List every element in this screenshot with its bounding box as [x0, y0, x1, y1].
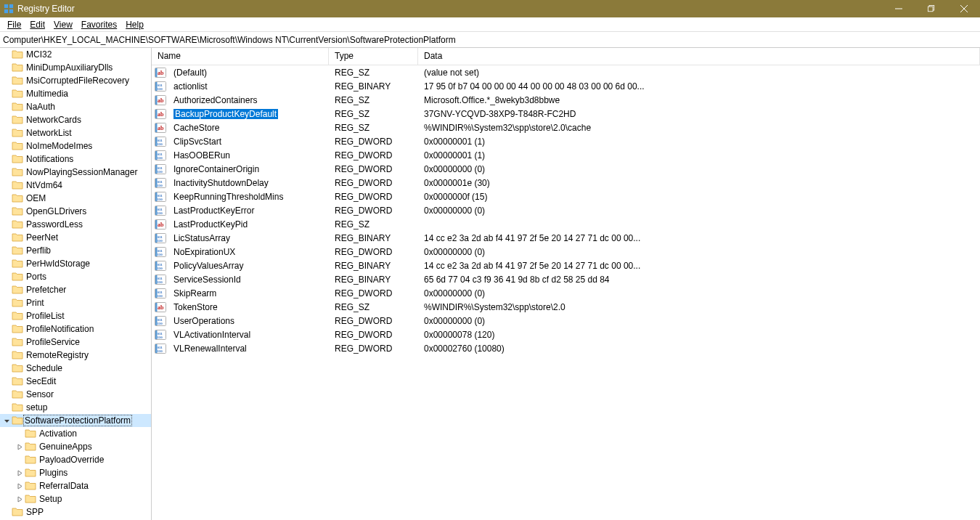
value-data: 0x00000000 (0) [418, 316, 980, 326]
tree-item-label: Notifications [25, 154, 75, 164]
tree-item[interactable]: ProfileService [0, 336, 151, 349]
registry-value-row[interactable]: actionlistREG_BINARY17 95 0f b7 04 00 00… [152, 79, 980, 93]
tree-item[interactable]: NoImeModeImes [0, 139, 151, 153]
registry-value-row[interactable]: LicStatusArrayREG_BINARY14 cc e2 3a 2d a… [152, 231, 980, 245]
value-name: HasOOBERun [168, 150, 329, 161]
value-type: REG_SZ [329, 302, 418, 312]
tree-item[interactable]: OEM [0, 192, 151, 205]
tree-item[interactable]: ProfileNotification [0, 322, 151, 336]
registry-value-row[interactable]: ClipSvcStartREG_DWORD0x00000001 (1) [152, 134, 980, 148]
tree-item[interactable]: Notifications [0, 153, 151, 166]
menu-favorites[interactable]: Favorites [77, 18, 121, 31]
tree-item[interactable]: Plugins [13, 466, 151, 479]
folder-icon [12, 49, 23, 60]
tree-item-label: GenuineApps [38, 442, 94, 452]
close-button[interactable] [947, 0, 980, 17]
chevron-right-icon[interactable] [15, 496, 25, 503]
registry-value-row[interactable]: UserOperationsREG_DWORD0x00000000 (0) [152, 314, 980, 328]
menu-view[interactable]: View [49, 18, 77, 31]
registry-value-row[interactable]: BackupProductKeyDefaultREG_SZ37GNV-YCQVD… [152, 107, 980, 121]
chevron-right-icon[interactable] [15, 444, 25, 450]
value-data: 0x00000000 (0) [418, 206, 980, 216]
tree-item-label: PeerNet [25, 232, 60, 243]
value-name: actionlist [168, 81, 329, 92]
tree-item-label: SecEdit [25, 376, 57, 386]
registry-value-row[interactable]: KeepRunningThresholdMinsREG_DWORD0x00000… [152, 190, 980, 203]
tree-item[interactable]: PasswordLess [0, 218, 151, 231]
menu-help[interactable]: Help [121, 18, 148, 31]
value-data: %WINDIR%\System32\spp\store\2.0 [418, 302, 980, 312]
registry-value-row[interactable]: VLRenewalIntervalREG_DWORD0x00002760 (10… [152, 341, 980, 355]
tree-item[interactable]: PerHwIdStorage [0, 257, 151, 270]
tree-item[interactable]: NtVdm64 [0, 179, 151, 192]
tree-item[interactable]: NetworkCards [0, 113, 151, 126]
chevron-down-icon[interactable] [1, 418, 12, 424]
value-name: VLActivationInterval [168, 330, 329, 340]
address-bar[interactable]: Computer\HKEY_LOCAL_MACHINE\SOFTWARE\Mic… [0, 32, 980, 48]
tree-item[interactable]: SPP [0, 505, 151, 519]
tree-item[interactable]: RemoteRegistry [0, 349, 151, 362]
tree-item[interactable]: ReferralData [13, 479, 151, 492]
registry-value-row[interactable]: LastProductKeyErrorREG_DWORD0x00000000 (… [152, 203, 980, 217]
registry-value-row[interactable]: VLActivationIntervalREG_DWORD0x00000078 … [152, 328, 980, 341]
tree-item[interactable]: MiniDumpAuxiliaryDlls [0, 61, 151, 74]
tree-item-label: Setup [38, 494, 63, 504]
chevron-right-icon[interactable] [15, 470, 25, 476]
tree-item[interactable]: OpenGLDrivers [0, 205, 151, 218]
registry-value-row[interactable]: NoExpirationUXREG_DWORD0x00000000 (0) [152, 245, 980, 259]
tree-item-label: ReferralData [38, 481, 90, 491]
tree-item[interactable]: Setup [13, 492, 151, 505]
tree-item[interactable]: Ports [0, 270, 151, 283]
tree-item[interactable]: setup [0, 401, 151, 414]
tree-item[interactable]: Activation [13, 427, 151, 440]
registry-value-row[interactable]: InactivityShutdownDelayREG_DWORD0x000000… [152, 176, 980, 190]
registry-value-row[interactable]: CacheStoreREG_SZ%WINDIR%\System32\spp\st… [152, 121, 980, 134]
list-pane[interactable]: Name Type Data (Default)REG_SZ(value not… [152, 48, 980, 520]
tree-item[interactable]: Schedule [0, 362, 151, 375]
value-type: REG_SZ [329, 68, 418, 78]
tree-item[interactable]: NaAuth [0, 100, 151, 113]
chevron-right-icon[interactable] [15, 483, 25, 489]
registry-value-row[interactable]: TokenStoreREG_SZ%WINDIR%\System32\spp\st… [152, 300, 980, 314]
tree-item[interactable]: Prefetcher [0, 283, 151, 296]
string-value-icon [155, 122, 166, 134]
column-data-header[interactable]: Data [418, 48, 980, 65]
tree-pane[interactable]: MCI32MiniDumpAuxiliaryDllsMsiCorruptedFi… [0, 48, 152, 520]
column-name-header[interactable]: Name [152, 48, 329, 65]
tree-item[interactable]: MsiCorruptedFileRecovery [0, 74, 151, 87]
folder-icon [12, 310, 23, 322]
tree-item[interactable]: NowPlayingSessionManager [0, 166, 151, 179]
value-data: 0x00000001 (1) [418, 137, 980, 147]
tree-item[interactable]: NetworkList [0, 126, 151, 139]
registry-value-row[interactable]: LastProductKeyPidREG_SZ [152, 217, 980, 231]
tree-item[interactable]: GenuineApps [13, 440, 151, 453]
registry-value-row[interactable]: IgnoreContainerOriginREG_DWORD0x00000000… [152, 162, 980, 176]
maximize-button[interactable] [915, 0, 947, 17]
value-data: (value not set) [418, 68, 980, 78]
registry-value-row[interactable]: HasOOBERunREG_DWORD0x00000001 (1) [152, 148, 980, 162]
folder-icon [12, 75, 23, 86]
registry-value-row[interactable]: ServiceSessionIdREG_BINARY65 6d 77 04 c3… [152, 272, 980, 286]
tree-item[interactable]: SoftwareProtectionPlatform [0, 414, 151, 427]
tree-item[interactable]: SecEdit [0, 375, 151, 388]
column-type-header[interactable]: Type [329, 48, 418, 65]
tree-item[interactable]: PayloadOverride [13, 453, 151, 466]
menu-edit[interactable]: Edit [25, 18, 49, 31]
tree-item[interactable]: Sensor [0, 388, 151, 401]
value-name: LicStatusArray [168, 233, 329, 243]
tree-item[interactable]: Multimedia [0, 87, 151, 100]
registry-value-row[interactable]: PolicyValuesArrayREG_BINARY14 cc e2 3a 2… [152, 259, 980, 272]
tree-item[interactable]: Print [0, 296, 151, 309]
value-type: REG_DWORD [329, 150, 418, 161]
minimize-button[interactable] [882, 0, 915, 17]
tree-item[interactable]: PeerNet [0, 231, 151, 244]
menu-file[interactable]: File [3, 18, 25, 31]
tree-item[interactable]: MCI32 [0, 48, 151, 61]
string-value-icon [155, 219, 166, 230]
tree-item[interactable]: Perflib [0, 244, 151, 257]
registry-value-row[interactable]: SkipRearmREG_DWORD0x00000000 (0) [152, 286, 980, 300]
registry-value-row[interactable]: AuthorizedContainersREG_SZMicrosoft.Offi… [152, 93, 980, 107]
tree-item[interactable]: ProfileList [0, 309, 151, 322]
registry-value-row[interactable]: (Default)REG_SZ(value not set) [152, 65, 980, 79]
value-type: REG_BINARY [329, 275, 418, 285]
